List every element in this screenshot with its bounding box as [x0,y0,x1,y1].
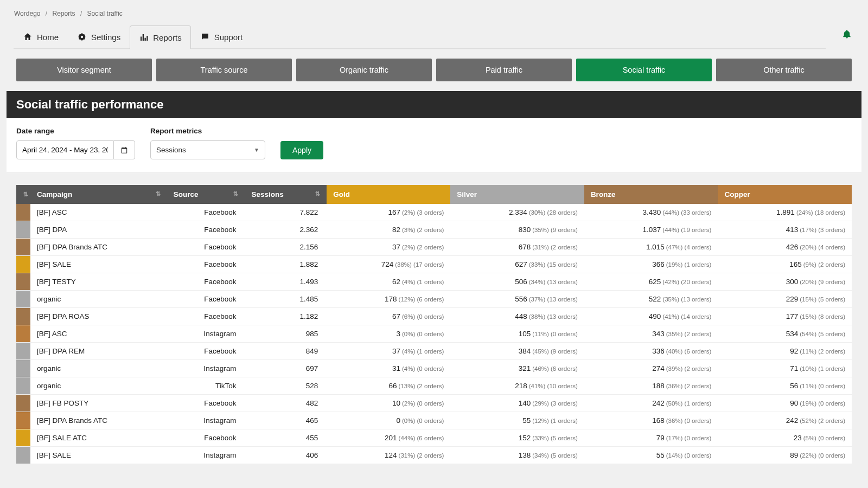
row-swatch [16,429,30,447]
subtab-organic-traffic[interactable]: Organic traffic [296,59,432,81]
cell-source: Facebook [167,343,245,360]
cell-copper: 413(17%) (3 orders) [718,221,852,239]
cell-campaign: organic [30,360,167,377]
cell-sessions: 406 [245,447,327,464]
controls-bar: Date range Report metrics Sessions ▼ App… [7,118,861,173]
cell-campaign: [BF] SALE [30,256,167,273]
subtab-paid-traffic[interactable]: Paid traffic [436,59,572,81]
cell-bronze: 242(50%) (1 orders) [584,395,718,412]
tab-label: Settings [91,33,120,42]
home-icon [23,32,33,42]
cell-campaign: organic [30,291,167,308]
sort-icon: ⇅ [315,190,320,197]
row-swatch [16,308,30,325]
cell-bronze: 343(35%) (2 orders) [584,325,718,343]
cell-sessions: 2.362 [245,221,327,239]
date-range-input[interactable] [16,140,114,159]
sort-icon: ⇅ [23,191,28,198]
cell-campaign: [BF] DPA Brands ATC [30,412,167,429]
cell-silver: 830(35%) (9 orders) [450,221,584,239]
cell-silver: 556(37%) (13 orders) [450,291,584,308]
row-swatch [16,343,30,360]
tab-support[interactable]: Support [191,25,252,48]
table-row: [BF] TESTYFacebook1.49362(4%) (1 orders)… [16,273,852,291]
cell-campaign: [BF] DPA Brands ATC [30,239,167,256]
table-row: [BF] FB POSTYFacebook48210(2%) (0 orders… [16,395,852,412]
cell-gold: 62(4%) (1 orders) [327,273,450,291]
cell-bronze: 3.430(44%) (33 orders) [584,204,718,221]
cell-bronze: 1.015(47%) (4 orders) [584,239,718,256]
cell-source: Facebook [167,273,245,291]
table-row: [BF] ASCInstagram9853(0%) (0 orders)105(… [16,325,852,343]
tab-reports[interactable]: Reports [130,25,191,49]
cell-sessions: 1.882 [245,256,327,273]
breadcrumb: Wordego / Reports / Social traffic [0,10,868,25]
cell-campaign: [BF] SALE ATC [30,429,167,447]
col-copper[interactable]: Copper [718,185,852,204]
cell-silver: 448(38%) (13 orders) [450,308,584,325]
cell-silver: 2.334(30%) (28 orders) [450,204,584,221]
col-swatch[interactable]: ⇅ [16,185,30,204]
cell-gold: 3(0%) (0 orders) [327,325,450,343]
cell-copper: 1.891(24%) (18 orders) [718,204,852,221]
cell-copper: 229(15%) (5 orders) [718,291,852,308]
apply-button[interactable]: Apply [280,141,323,159]
breadcrumb-link[interactable]: Reports [53,10,75,17]
cell-bronze: 1.037(44%) (19 orders) [584,221,718,239]
date-picker-button[interactable] [114,140,135,159]
tab-home[interactable]: Home [14,25,68,48]
subtab-other-traffic[interactable]: Other traffic [716,59,852,81]
col-silver[interactable]: Silver [450,185,584,204]
subtab-social-traffic[interactable]: Social traffic [576,59,712,81]
sub-tabs: Visitor segmentTraffic sourceOrganic tra… [0,49,868,91]
bell-icon[interactable] [842,29,852,39]
cell-gold: 82(3%) (2 orders) [327,221,450,239]
cell-sessions: 1.182 [245,308,327,325]
cell-campaign: [BF] DPA [30,221,167,239]
table-row: [BF] SALE ATCFacebook455201(44%) (6 orde… [16,429,852,447]
cell-gold: 67(6%) (0 orders) [327,308,450,325]
cell-copper: 92(11%) (2 orders) [718,343,852,360]
table-row: [BF] DPA Brands ATCInstagram4650(0%) (0 … [16,412,852,429]
cell-copper: 23(5%) (0 orders) [718,429,852,447]
cell-sessions: 985 [245,325,327,343]
chevron-down-icon: ▼ [254,147,259,153]
row-swatch [16,360,30,377]
cell-gold: 66(13%) (2 orders) [327,377,450,395]
cell-campaign: [BF] ASC [30,325,167,343]
cell-source: Facebook [167,291,245,308]
cell-gold: 124(31%) (2 orders) [327,447,450,464]
col-gold[interactable]: Gold [327,185,450,204]
cell-bronze: 336(40%) (6 orders) [584,343,718,360]
cell-gold: 37(2%) (2 orders) [327,239,450,256]
table-row: organicFacebook1.485178(12%) (6 orders)5… [16,291,852,308]
col-bronze[interactable]: Bronze [584,185,718,204]
cell-gold: 37(4%) (1 orders) [327,343,450,360]
report-metrics-label: Report metrics [150,127,265,135]
cell-source: TikTok [167,377,245,395]
row-swatch [16,377,30,395]
col-source[interactable]: Source⇅ [167,185,245,204]
cell-source: Facebook [167,308,245,325]
subtab-visitor-segment[interactable]: Visitor segment [16,59,152,81]
panel-title: Social traffic performance [7,91,861,118]
cell-silver: 105(11%) (0 orders) [450,325,584,343]
row-swatch [16,325,30,343]
table-row: [BF] DPA REMFacebook84937(4%) (1 orders)… [16,343,852,360]
cell-sessions: 849 [245,343,327,360]
sort-icon: ⇅ [156,190,161,197]
table-row: [BF] SALEInstagram406124(31%) (2 orders)… [16,447,852,464]
report-metrics-select[interactable]: Sessions ▼ [150,140,265,159]
cell-silver: 678(31%) (2 orders) [450,239,584,256]
tab-settings[interactable]: Settings [68,25,130,48]
breadcrumb-link[interactable]: Wordego [14,10,40,17]
subtab-traffic-source[interactable]: Traffic source [156,59,292,81]
cell-bronze: 55(14%) (0 orders) [584,447,718,464]
col-sessions[interactable]: Sessions⇅ [245,185,327,204]
cell-copper: 90(19%) (0 orders) [718,395,852,412]
cell-bronze: 366(19%) (1 orders) [584,256,718,273]
cell-bronze: 168(36%) (0 orders) [584,412,718,429]
col-campaign[interactable]: Campaign⇅ [30,185,167,204]
cell-copper: 300(20%) (9 orders) [718,273,852,291]
performance-table: ⇅ Campaign⇅ Source⇅ Sessions⇅ Gold Silve… [16,185,852,464]
